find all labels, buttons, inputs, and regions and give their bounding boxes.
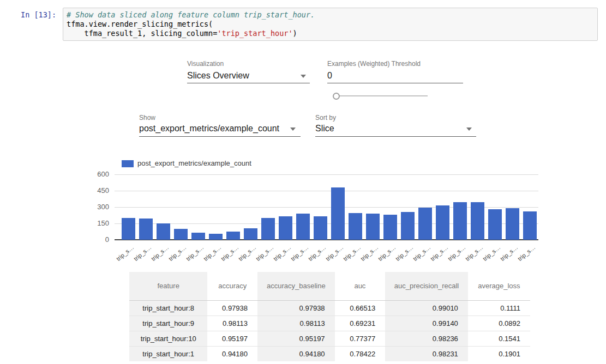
notebook-output-area: In [13]: # Show data sliced along featur… [0,0,606,364]
table-row: trip_start_hour:80.979380.979380.665130.… [129,300,530,316]
bar-10[interactable] [296,214,310,240]
y-axis-tick-label: 450 [82,186,109,195]
metric-cell: 0.98113 [207,316,257,331]
visualization-label: Visualization [187,60,224,68]
bar-22[interactable] [506,208,519,240]
show-underline [139,136,301,137]
bar-4[interactable] [191,233,205,240]
bar-16[interactable] [401,212,415,240]
threshold-slider-track[interactable] [337,95,428,96]
metric-cell: 0.98231 [385,346,468,361]
bar-13[interactable] [349,213,362,240]
bar-3[interactable] [174,229,188,240]
table-row: trip_start_hour:100.951970.951970.773770… [129,331,530,346]
code-string-literal: 'trip_start_hour' [217,29,292,38]
column-header-auc_precision_recall: auc_precision_recall [385,272,468,300]
metric-cell: 0.66513 [335,300,386,316]
code-comment: # Show data sliced along feature column … [67,10,315,19]
metric-cell: 0.1541 [468,331,530,346]
bar-20[interactable] [471,202,484,240]
metric-cell: 0.0892 [468,316,530,331]
metric-cell: 0.77377 [335,331,386,346]
metric-cell: 0.98236 [385,331,468,346]
code-line2: tfma.view.render_slicing_metrics( [67,20,213,28]
sort-underline [315,136,476,137]
metric-cell: 0.94180 [207,346,257,361]
feature-cell: trip_start_hour:10 [129,331,207,346]
column-header-average_loss: average_loss [468,272,530,300]
bar-5[interactable] [209,234,223,240]
metric-cell: 0.97938 [207,300,257,316]
bar-8[interactable] [261,218,275,240]
feature-cell: trip_start_hour:8 [129,300,207,316]
metric-cell: 0.94180 [257,346,335,361]
y-axis-tick-label: 300 [82,203,109,211]
bar-0[interactable] [122,218,135,240]
metric-cell: 0.69231 [335,316,386,331]
bar-18[interactable] [436,205,449,240]
metric-cell: 0.95197 [257,331,335,346]
column-header-feature: feature [129,272,207,300]
column-header-accuracy_baseline: accuracy_baseline [257,272,335,300]
metrics-table: featureaccuracyaccuracy_baselineaucauc_p… [129,272,530,361]
bar-7[interactable] [244,228,257,240]
table-row: trip_start_hour:90.981130.981130.692310.… [129,316,530,331]
threshold-underline [327,83,463,83]
threshold-slider-handle[interactable] [333,93,340,100]
metric-cell: 0.99010 [385,300,468,316]
slices-bar-chart: post_export_metrics/example_count 600450… [0,156,606,265]
bar-15[interactable] [383,215,397,240]
metric-cell: 0.97938 [257,300,335,316]
code-line3-pre: tfma_result_1, slicing_column= [67,29,217,38]
metric-cell: 0.78422 [335,346,386,361]
metrics-table-container: featureaccuracyaccuracy_baselineaucauc_p… [129,272,530,364]
column-header-accuracy: accuracy [207,272,257,300]
y-axis-tick-label: 0 [82,235,109,244]
show-metric-select[interactable]: post_export_metrics/example_count [139,124,279,134]
legend-swatch [122,160,134,167]
bar-12[interactable] [331,187,345,240]
bar-9[interactable] [279,216,292,240]
visualization-underline [187,83,310,83]
bar-11[interactable] [314,216,327,240]
code-line3-close: ) [293,29,297,38]
chart-gridline [115,174,538,175]
metric-cell: 0.1901 [468,346,530,361]
threshold-label: Examples (Weighted) Threshold [327,60,421,68]
y-axis-tick-label: 150 [82,219,109,227]
chevron-down-icon[interactable] [301,75,306,78]
show-label: Show [139,114,155,122]
metric-cell: 0.1111 [468,300,530,316]
bar-21[interactable] [488,209,502,240]
metric-cell: 0.99140 [385,316,468,331]
feature-cell: trip_start_hour:1 [129,346,207,361]
sort-by-select[interactable]: Slice [315,124,334,134]
chevron-down-icon[interactable] [466,128,472,131]
bar-2[interactable] [157,223,170,240]
column-header-auc: auc [335,272,386,300]
bar-6[interactable] [226,232,240,240]
code-cell-editor[interactable]: # Show data sliced along feature column … [63,8,598,41]
chart-gridline [115,191,538,191]
visualization-select[interactable]: Slices Overview [187,71,249,81]
bar-19[interactable] [453,202,467,240]
chevron-down-icon[interactable] [290,128,296,131]
feature-cell: trip_start_hour:9 [129,316,207,331]
threshold-input[interactable]: 0 [327,71,332,81]
y-axis-tick-label: 600 [82,170,109,178]
bar-17[interactable] [418,208,432,240]
cell-prompt: In [13]: [21,10,56,19]
sort-by-label: Sort by [315,114,336,122]
table-row: trip_start_hour:10.941800.941800.784220.… [129,346,530,361]
legend-label: post_export_metrics/example_count [137,159,251,167]
bar-14[interactable] [366,214,380,240]
bar-1[interactable] [139,219,153,240]
bar-23[interactable] [523,211,537,240]
metric-cell: 0.95197 [207,331,257,346]
metric-cell: 0.98113 [257,316,335,331]
table-header-row: featureaccuracyaccuracy_baselineaucauc_p… [129,272,530,300]
